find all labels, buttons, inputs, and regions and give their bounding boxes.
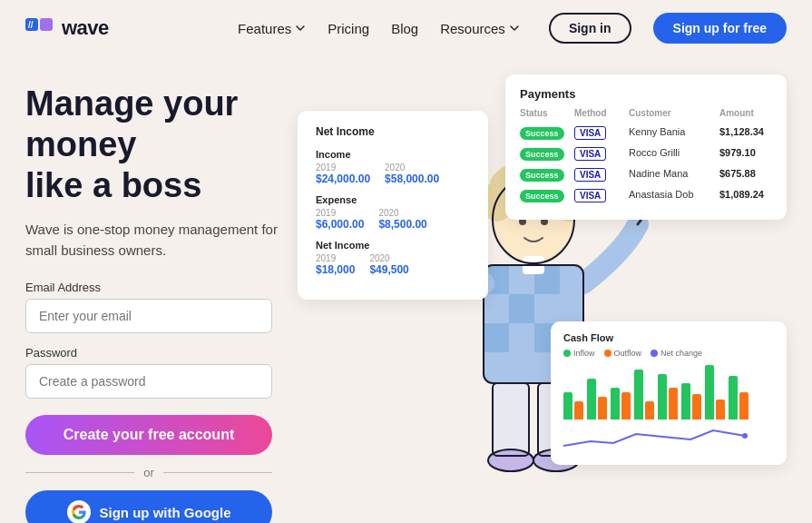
signin-button[interactable]: Sign in	[549, 13, 631, 44]
main-nav: Features Pricing Blog Resources Sign in …	[238, 13, 787, 44]
nav-pricing[interactable]: Pricing	[328, 21, 369, 36]
svg-rect-8	[484, 294, 509, 323]
svg-text://: //	[28, 20, 34, 30]
income-row: Income 2019 $24,000.00 2020 $58,000.00	[316, 149, 470, 185]
left-panel: Manage your money like a boss Wave is on…	[25, 74, 298, 523]
payments-card: Payments Status Method Customer Amount S…	[505, 74, 787, 220]
outflow-dot	[604, 350, 611, 357]
net-income-title: Net Income	[316, 125, 470, 138]
email-input[interactable]	[25, 299, 272, 333]
svg-rect-9	[509, 294, 534, 323]
divider-left	[25, 472, 134, 473]
payment-row: Success VISA Rocco Grilli $979.10	[520, 144, 772, 161]
logo[interactable]: // wave	[25, 16, 109, 40]
hero-subtext: Wave is one-stop money management for sm…	[25, 220, 298, 261]
logo-text: wave	[62, 16, 109, 40]
svg-rect-12	[509, 323, 534, 352]
hero-headline: Manage your money like a boss	[25, 84, 298, 205]
payments-header: Status Method Customer Amount	[520, 108, 772, 118]
svg-point-3	[742, 433, 748, 439]
google-icon	[67, 500, 91, 523]
chevron-down-icon	[509, 23, 520, 34]
create-account-button[interactable]: Create your free account	[25, 415, 272, 455]
chevron-down-icon	[295, 23, 306, 34]
legend-outflow: Outflow	[604, 349, 642, 358]
line-chart	[563, 423, 763, 450]
svg-rect-11	[484, 323, 509, 352]
nav-blog[interactable]: Blog	[391, 21, 418, 36]
or-text: or	[143, 466, 154, 479]
cashflow-card: Cash Flow Inflow Outflow Net change	[551, 321, 787, 465]
password-input[interactable]	[25, 364, 272, 399]
legend-netchange: Net change	[651, 349, 702, 358]
password-group: Password	[25, 346, 298, 399]
payment-row: Success VISA Anastasia Dob $1,089.24	[520, 186, 772, 202]
legend-inflow: Inflow	[563, 349, 595, 358]
email-group: Email Address	[25, 281, 298, 333]
signup-free-button[interactable]: Sign up for free	[653, 13, 787, 44]
chart-bars	[563, 365, 774, 419]
divider-right	[163, 472, 272, 473]
inflow-dot	[563, 350, 571, 357]
payment-row: Success VISA Kenny Bania $1,128.34	[520, 123, 772, 140]
email-label: Email Address	[25, 281, 298, 294]
password-label: Password	[25, 346, 298, 360]
google-signup-button[interactable]: Sign up with Google	[25, 490, 272, 523]
svg-rect-10	[534, 294, 560, 323]
svg-rect-1	[40, 18, 53, 31]
payment-row: Success VISA Nadine Mana $675.88	[520, 165, 772, 182]
or-divider: or	[25, 466, 272, 479]
right-panel: Net Income Income 2019 $24,000.00 2020 $…	[298, 74, 787, 523]
netchange-dot	[651, 350, 658, 357]
expense-row: Expense 2019 $6,000.00 2020 $8,500.00	[316, 194, 470, 231]
nav-features[interactable]: Features	[238, 21, 306, 36]
net-row: Net Income 2019 $18,000 2020 $49,500	[316, 240, 470, 276]
wave-logo-icon: //	[25, 18, 54, 38]
svg-rect-14	[493, 383, 529, 456]
cashflow-legend: Inflow Outflow Net change	[563, 349, 774, 358]
net-income-card: Net Income Income 2019 $24,000.00 2020 $…	[298, 111, 488, 300]
nav-resources[interactable]: Resources	[440, 21, 520, 36]
